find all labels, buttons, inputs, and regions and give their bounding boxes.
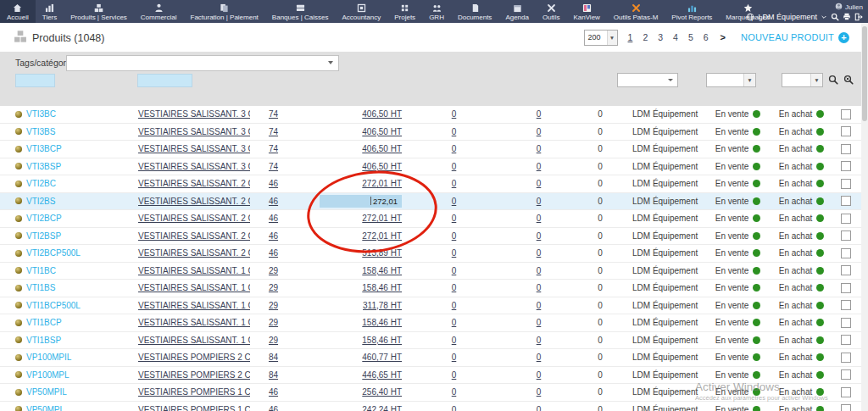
vertical-scrollbar[interactable] [861,23,868,411]
search-icon[interactable] [831,13,839,21]
stock-physique-link[interactable]: 0 [537,162,542,171]
product-ref-link[interactable]: VTI1BS [26,283,55,292]
row-checkbox[interactable] [841,248,851,258]
product-label-link[interactable]: VESTIAIRES SALISSANT. 3 COLONNE S... [138,109,250,119]
poids-link[interactable]: 29 [269,318,278,327]
row-checkbox[interactable] [841,335,851,345]
stock-physique-link[interactable]: 0 [537,179,542,188]
row-checkbox[interactable] [841,387,851,397]
price-link[interactable]: 513,89 HT [362,248,402,258]
nav-item-outils-patas-m[interactable]: Outils Patas-M [607,0,665,23]
product-label-link[interactable]: VESTIAIRES POMPIERS 2 COLONNESfe... [138,370,250,380]
etat-vente-filter-select[interactable]: ▼ [706,73,756,87]
stock-physique-link[interactable]: 0 [537,214,542,223]
product-label-link[interactable]: VESTIAIRES SALISSANT. 1 COLONNE S... [138,283,250,292]
page-link-5[interactable]: 5 [688,32,693,42]
product-ref-link[interactable]: VTI3BCP [26,144,62,153]
stock-physique-link[interactable]: 0 [537,353,542,362]
product-ref-link[interactable]: VTI1BCP500L [26,301,81,310]
stock-desire-link[interactable]: 0 [452,144,457,153]
row-checkbox[interactable] [841,126,851,136]
nav-item-pivot-reports[interactable]: Pivot Reports [665,0,719,23]
price-link[interactable]: 446,65 HT [362,370,402,380]
stock-physique-link[interactable]: 0 [537,283,542,292]
poids-link[interactable]: 46 [269,387,278,397]
stock-desire-link[interactable]: 0 [452,197,457,206]
product-label-link[interactable]: VESTIAIRES SALISSANT. 1 COLONNE S... [138,336,250,345]
price-link[interactable]: 158,46 HT [362,266,402,275]
stock-physique-link[interactable]: 0 [537,231,542,241]
product-ref-link[interactable]: VTI2BCP [26,214,62,223]
stock-physique-link[interactable]: 0 [537,109,542,119]
stock-desire-link[interactable]: 0 [452,405,457,411]
row-checkbox[interactable] [841,404,851,411]
stock-physique-link[interactable]: 0 [537,248,542,258]
stock-physique-link[interactable]: 0 [537,301,542,310]
page-link-2[interactable]: 2 [643,32,648,42]
product-ref-link[interactable]: VTI3BS [26,127,55,136]
ref-filter-input[interactable] [15,74,55,87]
price-link[interactable]: 406,50 HT [362,144,402,153]
product-label-link[interactable]: VESTIAIRES POMPIERS 1 COLONNE fer... [138,405,250,411]
price-link[interactable]: 158,46 HT [362,283,402,292]
product-label-link[interactable]: VESTIAIRES SALISSANT. 3 COLONNE S... [138,127,250,136]
stock-physique-link[interactable]: 0 [537,405,542,411]
price-link[interactable]: 460,77 HT [362,353,402,362]
row-checkbox[interactable] [841,109,851,119]
stock-desire-link[interactable]: 0 [452,370,457,380]
stock-desire-link[interactable]: 0 [452,231,457,241]
stock-desire-link[interactable]: 0 [452,301,457,310]
nav-item-agenda[interactable]: Agenda [498,0,536,23]
row-checkbox[interactable] [841,265,851,275]
stock-desire-link[interactable]: 0 [452,336,457,345]
price-link[interactable]: 272,01 HT [362,214,402,223]
nav-item-tiers[interactable]: Tiers [36,0,64,23]
poids-link[interactable]: 46 [269,214,278,223]
stock-desire-link[interactable]: 0 [452,387,457,397]
stock-desire-link[interactable]: 0 [452,179,457,188]
poids-link[interactable]: 74 [269,144,278,153]
company-name[interactable]: LDM Équipement [758,13,817,21]
row-checkbox[interactable] [841,230,851,241]
price-link[interactable]: 256,40 HT [362,387,402,397]
page-link-4[interactable]: 4 [673,32,678,42]
new-product-button[interactable]: NOUVEAU PRODUIT + [741,32,849,43]
stock-desire-link[interactable]: 0 [452,214,457,223]
nav-item-kanview[interactable]: KanView [566,0,606,23]
product-label-link[interactable]: VESTIAIRES SALISSANT. 2 COLONNE S... [138,214,250,223]
scrollbar-thumb[interactable] [862,26,867,121]
product-ref-link[interactable]: VTI1BSP [26,336,61,345]
product-label-link[interactable]: VESTIAIRES POMPIERS 1 COLONNE fer... [138,387,250,397]
product-ref-link[interactable]: VTI1BC [26,266,56,275]
stock-physique-link[interactable]: 0 [537,127,542,136]
product-label-link[interactable]: VESTIAIRES SALISSANT. 2 COLONNE S... [138,248,250,258]
poids-link[interactable]: 84 [269,353,278,362]
row-checkbox[interactable] [841,179,851,189]
price-link[interactable]: 158,46 HT [362,336,402,345]
stock-desire-link[interactable]: 0 [452,266,457,275]
poids-link[interactable]: 29 [269,301,278,310]
stock-desire-link[interactable]: 0 [452,109,457,119]
price-link[interactable]: 242,24 HT [362,405,402,411]
product-label-link[interactable]: VESTIAIRES SALISSANT. 1 COLONNE S... [138,318,250,327]
search-filter-icon[interactable] [828,73,838,88]
poids-link[interactable]: 46 [269,179,278,188]
logout-icon[interactable] [854,13,863,21]
row-checkbox[interactable] [841,196,851,206]
stock-desire-link[interactable]: 0 [452,162,457,171]
stock-physique-link[interactable]: 0 [537,318,542,327]
price-link[interactable]: 272,01 HT [362,179,402,188]
nav-item-grh[interactable]: GRH [422,0,451,23]
row-checkbox[interactable] [841,214,851,224]
chevron-down-icon[interactable] [821,14,827,20]
nav-item-outils[interactable]: Outils [536,0,566,23]
stock-physique-link[interactable]: 0 [537,387,542,397]
poids-link[interactable]: 29 [269,283,278,292]
poids-link[interactable]: 29 [269,336,278,345]
nav-item-banques-caisses[interactable]: Banques | Caisses [265,0,336,23]
poids-link[interactable]: 46 [269,197,278,206]
stock-desire-link[interactable]: 0 [452,283,457,292]
row-checkbox[interactable] [841,318,851,328]
stock-physique-link[interactable]: 0 [537,336,542,345]
row-checkbox[interactable] [841,144,851,154]
